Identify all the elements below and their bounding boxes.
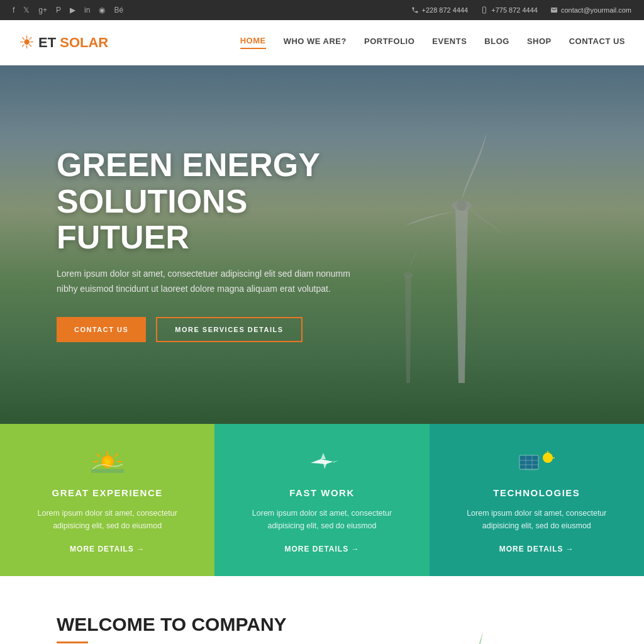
- feature-card-technologies: TECHNOLOGIES Lorem ipsum dolor sit amet,…: [430, 424, 644, 576]
- hero-contact-button[interactable]: CONTACT US: [57, 317, 146, 342]
- welcome-section: WELCOME TO COMPANY Lorem ipsum dolor sit…: [0, 576, 644, 644]
- feature-title-experience: GREAT EXPERIENCE: [52, 487, 163, 498]
- google-plus-icon[interactable]: g+: [38, 6, 47, 14]
- youtube-icon[interactable]: ▶: [70, 6, 75, 14]
- hero-title: GREEN ENERGY SOLUTIONS FUTUER: [57, 147, 384, 255]
- nav-home[interactable]: HOME: [240, 36, 266, 49]
- feature-title-technologies: TECHNOLOGIES: [493, 487, 580, 498]
- hero-section: GREEN ENERGY SOLUTIONS FUTUER Lorem ipsu…: [0, 65, 644, 424]
- feature-title-fastwork: FAST WORK: [289, 487, 355, 498]
- hero-description: Lorem ipsum dolor sit amet, consectetuer…: [57, 267, 358, 297]
- contact-info: +228 872 4444 +775 872 4444 contact@your…: [411, 6, 631, 14]
- logo-text: ET SOLAR: [38, 35, 108, 51]
- feature-link-experience[interactable]: MORE DETAILS →: [70, 545, 145, 553]
- facebook-icon[interactable]: f: [13, 6, 14, 14]
- nav-who-we-are[interactable]: WHO WE ARE?: [284, 36, 347, 48]
- feature-link-technologies[interactable]: MORE DETAILS →: [499, 545, 574, 553]
- social-links: f 𝕏 g+ P ▶ in ◉ Bé: [13, 6, 123, 14]
- feature-desc-fastwork: Lorem ipsum dolor sit amet, consectetur …: [233, 507, 410, 532]
- feature-desc-technologies: Lorem ipsum dolor sit amet, consectetur …: [448, 507, 625, 532]
- pinterest-icon[interactable]: P: [56, 6, 61, 14]
- nav-portfolio[interactable]: PORTFOLIO: [364, 36, 414, 48]
- fastwork-icon: [306, 450, 338, 479]
- svg-rect-0: [483, 7, 486, 13]
- experience-icon: [91, 450, 124, 479]
- nav-events[interactable]: EVENTS: [432, 36, 467, 48]
- welcome-image-block: [358, 614, 587, 644]
- feature-link-fastwork[interactable]: MORE DETAILS →: [284, 545, 359, 553]
- logo-sun-icon: ☀: [19, 32, 35, 53]
- email-text: contact@yourmail.com: [561, 6, 631, 14]
- welcome-title: WELCOME TO COMPANY: [57, 614, 333, 635]
- dribbble-icon[interactable]: ◉: [99, 6, 105, 14]
- phone2-item: +775 872 4444: [480, 6, 538, 14]
- svg-rect-13: [519, 455, 538, 469]
- phone1-text: +228 872 4444: [422, 6, 469, 14]
- phone-icon: [411, 6, 419, 14]
- email-item: contact@yourmail.com: [550, 6, 631, 14]
- svg-line-8: [97, 454, 100, 457]
- phone2-text: +775 872 4444: [491, 6, 538, 14]
- nav-contact[interactable]: CONTACT US: [569, 36, 625, 48]
- feature-card-fastwork: FAST WORK Lorem ipsum dolor sit amet, co…: [214, 424, 429, 576]
- technologies-icon: [518, 450, 555, 479]
- linkedin-icon[interactable]: in: [84, 6, 90, 14]
- mobile-icon: [480, 6, 488, 14]
- nav-blog[interactable]: BLOG: [484, 36, 509, 48]
- welcome-turbine-svg: [378, 620, 567, 644]
- nav-shop[interactable]: SHOP: [527, 36, 552, 48]
- welcome-text-block: WELCOME TO COMPANY Lorem ipsum dolor sit…: [57, 614, 333, 644]
- features-section: GREAT EXPERIENCE Lorem ipsum dolor sit a…: [0, 424, 644, 576]
- feature-card-experience: GREAT EXPERIENCE Lorem ipsum dolor sit a…: [0, 424, 214, 576]
- hero-services-button[interactable]: MORE SERVICES DETAILS: [156, 317, 302, 342]
- svg-rect-12: [91, 469, 124, 473]
- twitter-icon[interactable]: 𝕏: [23, 6, 30, 14]
- svg-line-9: [115, 454, 118, 457]
- main-nav: HOME WHO WE ARE? PORTFOLIO EVENTS BLOG S…: [240, 36, 625, 49]
- hero-content: GREEN ENERGY SOLUTIONS FUTUER Lorem ipsu…: [57, 147, 384, 341]
- svg-point-18: [543, 453, 553, 463]
- feature-desc-experience: Lorem ipsum dolor sit amet, consectetur …: [19, 507, 196, 532]
- behance-icon[interactable]: Bé: [114, 6, 123, 14]
- top-bar: f 𝕏 g+ P ▶ in ◉ Bé +228 872 4444 +775 87…: [0, 0, 644, 20]
- welcome-title-underline: [57, 641, 88, 643]
- email-icon: [550, 6, 558, 14]
- header: ☀ ET SOLAR HOME WHO WE ARE? PORTFOLIO EV…: [0, 20, 644, 65]
- phone1-item: +228 872 4444: [411, 6, 469, 14]
- hero-buttons: CONTACT US MORE SERVICES DETAILS: [57, 317, 384, 342]
- logo[interactable]: ☀ ET SOLAR: [19, 32, 108, 53]
